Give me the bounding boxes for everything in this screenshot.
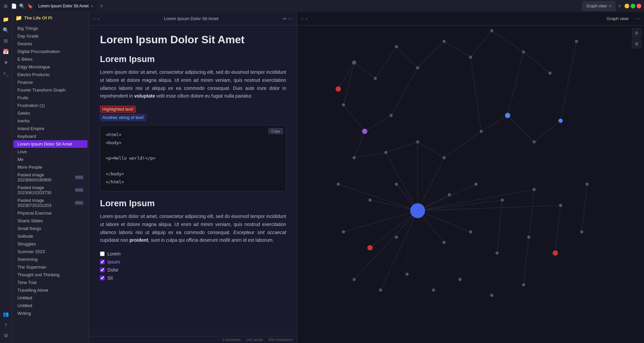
more-button[interactable]: ⋯ — [288, 16, 293, 21]
graph-node[interactable] — [533, 140, 536, 143]
sidebar-item-inland-empire[interactable]: Inland Empire — [13, 125, 88, 132]
graph-node[interactable] — [342, 230, 345, 233]
graph-node[interactable] — [395, 236, 398, 239]
sidebar-item-more-people[interactable]: More People — [13, 163, 88, 171]
graph-node[interactable] — [374, 77, 377, 80]
tab-graph-close[interactable]: ✕ — [609, 4, 611, 8]
graph-filter-button[interactable]: ⊞ — [632, 39, 641, 48]
graph-central-node[interactable] — [410, 203, 425, 218]
new-tab-button-2[interactable]: + — [616, 3, 623, 9]
rail-starred[interactable]: ★ — [1, 58, 11, 67]
sidebar-item-writing[interactable]: Writing — [13, 309, 88, 317]
graph-node[interactable] — [474, 183, 477, 186]
graph-node[interactable] — [416, 66, 419, 69]
sidebar-item-gekko[interactable]: Gekko — [13, 109, 88, 117]
maximize-button[interactable] — [631, 4, 635, 8]
sidebar-item-the-superman[interactable]: The Superman — [13, 263, 88, 271]
sidebar-item-sharis-slides[interactable]: Sharis Slides — [13, 217, 88, 225]
graph-node[interactable] — [548, 71, 551, 74]
sidebar-item-electro-producto[interactable]: Electro Producto — [13, 71, 88, 78]
files-icon[interactable]: 📄 — [11, 3, 17, 9]
sidebar-item-solitude[interactable]: Solitude — [13, 232, 88, 240]
graph-node[interactable] — [379, 288, 382, 291]
graph-node-red[interactable] — [336, 87, 341, 92]
sidebar-item-frustration-1[interactable]: Frustration (1) — [13, 102, 88, 109]
graph-node[interactable] — [522, 283, 525, 286]
sidebar-item-struggles[interactable]: Struggles — [13, 240, 88, 248]
sidebar-item-finance[interactable]: Finance — [13, 78, 88, 86]
sidebar-item-keyboard[interactable]: Keyboard — [13, 132, 88, 140]
sidebar-item-lorem-ipsum-dolor-sit-amet[interactable]: Lorem Ipsum Dolor Sit Amet — [13, 140, 88, 148]
rail-community[interactable]: 👥 — [1, 309, 11, 319]
checkbox-ipsum[interactable] — [100, 260, 105, 264]
copy-button[interactable]: Copy — [268, 128, 283, 134]
sidebar-item-edgy-monologue[interactable]: Edgy Monologue — [13, 63, 88, 71]
graph-node[interactable] — [337, 183, 340, 186]
graph-node-red[interactable] — [367, 245, 373, 250]
sidebar-item-love[interactable]: Love — [13, 148, 88, 156]
sidebar-item-time-trial[interactable]: Time Trial — [13, 279, 88, 286]
graph-node[interactable] — [442, 241, 445, 244]
graph-node[interactable] — [575, 40, 578, 43]
sidebar-item-pasted-image-2[interactable]: Pasted image 20230615203730PNG — [13, 184, 88, 196]
sidebar-item-untitled[interactable]: Untitled — [13, 294, 88, 302]
search-icon[interactable]: 🔍 — [19, 3, 25, 9]
checkbox-dolor[interactable] — [100, 268, 105, 272]
graph-node[interactable] — [353, 278, 356, 281]
sidebar-item-me[interactable]: Me — [13, 156, 88, 163]
bookmark-icon[interactable]: 🔖 — [27, 3, 33, 9]
graph-node[interactable] — [559, 204, 562, 207]
graph-node-red[interactable] — [553, 250, 558, 256]
rail-graph[interactable]: ⊞ — [1, 36, 11, 46]
new-tab-button[interactable]: + — [98, 3, 105, 9]
sidebar-item-fruits[interactable]: Fruits — [13, 94, 88, 102]
sidebar-item-pasted-image-3[interactable]: Pasted image 20230725101203PNG — [13, 196, 88, 209]
graph-node[interactable] — [384, 151, 387, 154]
graph-settings-button[interactable]: ⚙ — [632, 28, 641, 38]
back-button[interactable]: ‹ — [93, 16, 95, 22]
graph-node-blue[interactable] — [558, 119, 563, 123]
graph-forward-button[interactable]: › — [306, 16, 307, 22]
graph-back-button[interactable]: ‹ — [301, 16, 303, 22]
tab-main-close[interactable]: ✕ — [91, 4, 93, 8]
graph-node[interactable] — [469, 230, 472, 233]
sidebar-item-swimming[interactable]: Swimming — [13, 255, 88, 263]
sidebar-item-day-grade[interactable]: Day Grade — [13, 32, 88, 40]
graph-node[interactable] — [395, 183, 398, 186]
graph-node[interactable] — [416, 140, 419, 143]
sidebar-item-digital-procrastination[interactable]: Digital Procrastination — [13, 48, 88, 55]
tab-main[interactable]: Lorem Ipsum Dolor Sit Amet ✕ — [34, 1, 97, 11]
graph-node-blue[interactable] — [505, 113, 511, 118]
minimize-button[interactable] — [625, 4, 629, 8]
graph-more-button[interactable]: ⋯ — [635, 16, 640, 21]
rail-calendar[interactable]: 📅 — [1, 47, 11, 56]
graph-node[interactable] — [533, 188, 536, 191]
graph-node[interactable] — [395, 45, 398, 48]
graph-node[interactable] — [580, 230, 583, 233]
graph-node[interactable] — [459, 278, 462, 281]
graph-node[interactable] — [406, 273, 409, 276]
rail-search[interactable]: 🔍 — [1, 25, 11, 35]
graph-node[interactable] — [352, 60, 356, 65]
sidebar-item-untitled-2[interactable]: Untitled — [13, 302, 88, 309]
sidebar-item-desires[interactable]: Desires — [13, 40, 88, 48]
rail-files[interactable]: 📁 — [1, 15, 11, 24]
graph-node[interactable] — [442, 156, 445, 159]
sidebar-item-travelling-alone[interactable]: Travelling Alone — [13, 286, 88, 294]
rail-help[interactable]: ? — [1, 320, 11, 330]
sidebar-item-physical-exercise[interactable]: Physical Exercise — [13, 209, 88, 217]
graph-node[interactable] — [342, 103, 345, 106]
sidebar-item-fourier-transform-graph[interactable]: Fourier Transform Graph — [13, 86, 88, 94]
forward-button[interactable]: › — [98, 16, 99, 22]
graph-node[interactable] — [585, 183, 588, 186]
graph-node[interactable] — [490, 294, 493, 297]
graph-node[interactable] — [469, 56, 472, 59]
graph-node[interactable] — [442, 40, 445, 43]
rail-terminal[interactable]: >_ — [1, 68, 11, 78]
sidebar-item-big-things[interactable]: Big Things — [13, 24, 88, 32]
graph-node[interactable] — [522, 50, 525, 53]
sidebar-item-thought-und-thinking[interactable]: Thought und Thinking — [13, 271, 88, 279]
close-button[interactable] — [637, 4, 641, 8]
graph-node[interactable] — [480, 130, 483, 133]
rail-settings[interactable]: ⚙ — [1, 331, 11, 340]
